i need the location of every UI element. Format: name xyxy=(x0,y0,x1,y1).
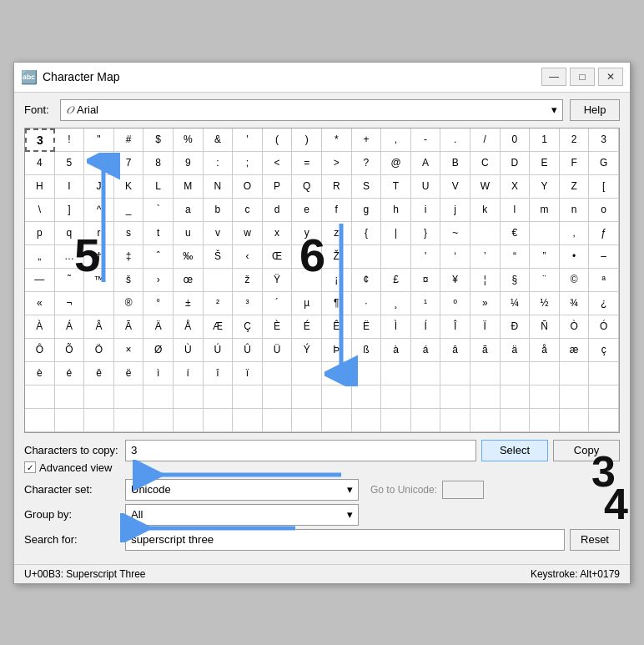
advanced-view-checkbox[interactable]: ✓ xyxy=(24,461,36,473)
char-cell[interactable]: ¿ xyxy=(589,292,619,315)
chars-to-copy-input[interactable] xyxy=(125,440,476,461)
char-cell[interactable]: G xyxy=(589,152,619,175)
char-cell[interactable]: ¶ xyxy=(322,292,352,315)
char-cell[interactable]: $ xyxy=(143,128,174,152)
char-cell[interactable] xyxy=(381,409,411,432)
char-cell[interactable]: † xyxy=(84,245,114,269)
char-cell[interactable]: Ù xyxy=(174,339,204,362)
char-cell[interactable]: T xyxy=(381,175,411,199)
char-cell[interactable]: Ç xyxy=(233,315,263,339)
char-cell[interactable] xyxy=(174,385,204,409)
char-cell[interactable] xyxy=(322,409,352,432)
maximize-button[interactable]: □ xyxy=(570,68,595,86)
char-cell[interactable]: … xyxy=(55,245,85,269)
char-cell[interactable]: ` xyxy=(143,199,174,222)
char-cell[interactable]: j xyxy=(440,199,470,222)
char-cell[interactable]: ˜ xyxy=(55,269,85,292)
char-cell[interactable]: - xyxy=(411,128,441,152)
char-cell[interactable]: ‡ xyxy=(114,245,144,269)
char-cell[interactable]: « xyxy=(25,292,55,315)
char-cell[interactable]: > xyxy=(322,152,352,175)
char-cell[interactable]: ë xyxy=(114,362,144,385)
char-cell[interactable]: ‘ xyxy=(440,245,470,269)
char-cell[interactable]: q xyxy=(55,222,85,245)
char-cell[interactable]: Õ xyxy=(55,339,85,362)
char-cell[interactable]: Ô xyxy=(25,339,55,362)
char-cell[interactable]: î xyxy=(204,362,234,385)
char-cell[interactable]: c xyxy=(233,199,263,222)
char-cell[interactable] xyxy=(470,385,501,409)
char-cell[interactable]: ‚ xyxy=(560,222,590,245)
char-cell[interactable]: a xyxy=(174,199,204,222)
char-cell[interactable]: Ø xyxy=(143,339,174,362)
char-cell[interactable]: p xyxy=(25,222,55,245)
char-cell[interactable]: h xyxy=(381,199,411,222)
char-cell[interactable]: ” xyxy=(530,245,560,269)
char-cell[interactable]: ­ xyxy=(84,292,114,315)
char-cell[interactable] xyxy=(530,385,560,409)
char-cell[interactable]: R xyxy=(322,175,352,199)
char-cell[interactable]: t xyxy=(143,222,174,245)
char-cell[interactable]: C xyxy=(470,152,501,175)
char-cell[interactable]: Ë xyxy=(352,315,382,339)
char-cell[interactable]: 1 xyxy=(530,128,560,152)
char-cell[interactable]: @ xyxy=(381,152,411,175)
char-cell[interactable]: r xyxy=(84,222,114,245)
char-cell[interactable]: ß xyxy=(352,339,382,362)
char-cell[interactable] xyxy=(470,222,501,245)
char-cell[interactable]: e xyxy=(292,199,322,222)
char-cell[interactable]: Í xyxy=(411,315,441,339)
char-cell[interactable]: Ð xyxy=(501,315,531,339)
char-cell[interactable]: Î xyxy=(440,315,470,339)
char-cell[interactable] xyxy=(292,269,322,292)
char-cell[interactable]: 9 xyxy=(174,152,204,175)
char-cell[interactable] xyxy=(174,409,204,432)
char-cell[interactable]: ¬ xyxy=(55,292,85,315)
char-cell[interactable] xyxy=(470,409,501,432)
char-cell[interactable]: D xyxy=(501,152,531,175)
char-cell[interactable]: ± xyxy=(174,292,204,315)
char-cell[interactable]: ¨ xyxy=(530,269,560,292)
char-cell[interactable]: ™ xyxy=(84,269,114,292)
char-cell[interactable]: J xyxy=(84,175,114,199)
char-cell[interactable] xyxy=(470,362,501,385)
char-cell[interactable]: * xyxy=(322,128,352,152)
char-cell[interactable] xyxy=(143,409,174,432)
char-cell[interactable] xyxy=(381,385,411,409)
char-cell[interactable]: µ xyxy=(292,292,322,315)
char-cell[interactable]: – xyxy=(589,245,619,269)
char-cell[interactable]: Þ xyxy=(322,339,352,362)
char-cell[interactable]: N xyxy=(204,175,234,199)
char-cell[interactable] xyxy=(352,409,382,432)
char-cell[interactable]: » xyxy=(470,292,501,315)
char-cell[interactable] xyxy=(501,409,531,432)
char-cell[interactable]: ä xyxy=(501,339,531,362)
char-cell[interactable]: 3 xyxy=(589,128,619,152)
char-cell[interactable]: Ž xyxy=(322,245,352,269)
char-cell[interactable] xyxy=(411,409,441,432)
char-cell[interactable]: Â xyxy=(84,315,114,339)
char-cell[interactable]: 4 xyxy=(25,152,55,175)
char-cell[interactable] xyxy=(381,245,411,269)
char-cell[interactable]: , xyxy=(381,128,411,152)
char-cell[interactable]: é xyxy=(55,362,85,385)
char-cell[interactable]: £ xyxy=(381,269,411,292)
char-cell[interactable]: ê xyxy=(84,362,114,385)
char-cell[interactable]: [ xyxy=(589,175,619,199)
char-cell[interactable] xyxy=(589,385,619,409)
char-cell[interactable]: œ xyxy=(174,269,204,292)
char-cell[interactable]: Ú xyxy=(204,339,234,362)
char-cell[interactable] xyxy=(55,385,85,409)
char-cell[interactable]: ³ xyxy=(233,292,263,315)
char-cell[interactable] xyxy=(25,409,55,432)
char-cell[interactable]: § xyxy=(501,269,531,292)
char-cell[interactable]: É xyxy=(292,315,322,339)
char-cell[interactable] xyxy=(589,409,619,432)
char-cell[interactable]: ¢ xyxy=(352,269,382,292)
char-cell[interactable]: w xyxy=(233,222,263,245)
char-cell[interactable] xyxy=(352,245,382,269)
char-cell[interactable]: ½ xyxy=(530,292,560,315)
char-cell[interactable]: = xyxy=(292,152,322,175)
char-cell[interactable]: S xyxy=(352,175,382,199)
char-cell[interactable]: ì xyxy=(143,362,174,385)
